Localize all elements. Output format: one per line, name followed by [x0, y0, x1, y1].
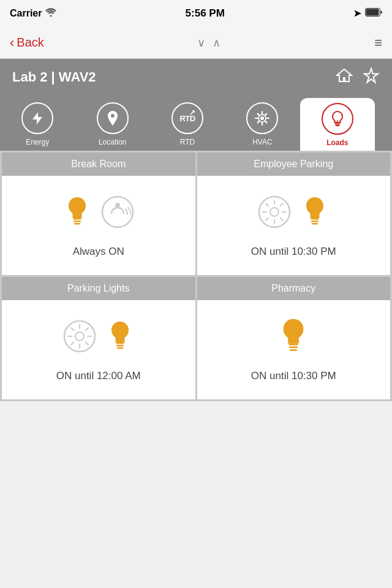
bulb-icon-orange-3	[106, 319, 134, 353]
svg-line-34	[71, 342, 74, 345]
card-break-room-title: Break Room	[2, 153, 195, 176]
tab-hvac-label: HVAC	[252, 138, 272, 146]
tab-location[interactable]: Location	[75, 96, 149, 151]
svg-rect-7	[74, 223, 80, 225]
bulb-icon-orange-4	[277, 316, 310, 356]
svg-line-18	[281, 218, 283, 221]
tab-rtd-circle: RTD	[172, 102, 203, 134]
svg-point-26	[75, 332, 84, 341]
header-icons	[336, 67, 380, 88]
svg-rect-41	[290, 349, 297, 351]
card-employee-parking-title: Employee Parking	[197, 153, 391, 176]
svg-rect-1	[366, 9, 379, 16]
card-employee-parking-status: ON until 10:30 PM	[251, 246, 336, 258]
svg-line-33	[86, 328, 88, 330]
card-break-room-status: Always ON	[73, 246, 124, 258]
tab-rtd-label: RTD	[180, 138, 195, 146]
tab-partial	[375, 96, 392, 151]
wifi-icon	[45, 8, 56, 19]
back-button[interactable]: ‹ Back	[10, 35, 44, 51]
card-pharmacy-icons	[277, 315, 310, 358]
tab-energy[interactable]: Energy	[0, 96, 75, 151]
nav-up-arrow[interactable]: ∧	[213, 36, 221, 50]
card-parking-lights-status: ON until 12:00 AM	[56, 370, 141, 382]
svg-rect-22	[311, 221, 318, 222]
status-right: ➤	[353, 8, 382, 19]
nav-bar: ‹ Back ∨ ∧ ≡	[0, 27, 392, 59]
card-parking-lights-title: Parking Lights	[2, 277, 195, 300]
tab-rtd[interactable]: RTD RTD	[150, 96, 225, 151]
bulb-icon-orange	[63, 195, 91, 229]
svg-rect-35	[116, 342, 124, 344]
sun-sensor-icon-gray-2	[63, 320, 96, 353]
card-employee-parking[interactable]: Employee Parking	[197, 153, 391, 275]
tab-energy-circle	[21, 102, 53, 134]
card-employee-parking-icons	[258, 190, 329, 233]
svg-rect-5	[73, 218, 81, 220]
back-label: Back	[17, 36, 43, 50]
tab-hvac-circle	[246, 102, 278, 134]
bulb-icon-orange-2	[301, 195, 329, 229]
card-parking-lights[interactable]: Parking Lights	[2, 277, 195, 399]
svg-line-31	[71, 328, 74, 330]
star-icon[interactable]	[363, 67, 380, 88]
home-icon[interactable]	[336, 67, 353, 88]
header: Lab 2 | WAV2	[0, 59, 392, 96]
menu-button[interactable]: ≡	[374, 36, 382, 50]
svg-line-20	[266, 218, 268, 221]
tab-loads[interactable]: Loads	[300, 98, 375, 151]
location-arrow-icon: ➤	[353, 8, 361, 19]
motion-icon	[101, 195, 134, 228]
svg-line-19	[281, 203, 283, 206]
svg-rect-6	[74, 221, 81, 222]
card-parking-lights-icons	[63, 315, 134, 358]
cards-grid: Break Room Always ON Employee P	[0, 151, 392, 401]
battery-icon	[365, 8, 382, 19]
card-pharmacy-status: ON until 10:30 PM	[251, 370, 336, 382]
svg-point-3	[260, 116, 264, 120]
svg-rect-37	[117, 347, 123, 349]
time-display: 5:56 PM	[186, 7, 225, 20]
svg-line-17	[266, 203, 268, 206]
carrier-label: Carrier	[10, 8, 42, 19]
tab-loads-circle	[322, 103, 353, 135]
svg-rect-39	[289, 344, 298, 345]
tab-location-circle	[97, 102, 129, 134]
svg-rect-21	[311, 218, 319, 220]
svg-line-32	[86, 342, 88, 345]
card-pharmacy-title: Pharmacy	[197, 277, 391, 300]
tab-bar: Energy Location RTD RTD HVAC	[0, 96, 392, 151]
card-break-room[interactable]: Break Room Always ON	[2, 153, 195, 275]
nav-arrows: ∨ ∧	[197, 36, 221, 50]
tab-hvac[interactable]: HVAC	[225, 96, 300, 151]
status-bar: Carrier 5:56 PM ➤	[0, 0, 392, 27]
tab-location-label: Location	[99, 138, 126, 146]
tab-energy-label: Energy	[26, 138, 49, 146]
tab-loads-label: Loads	[326, 138, 348, 147]
svg-rect-23	[312, 223, 318, 225]
nav-down-arrow[interactable]: ∨	[197, 36, 205, 50]
svg-point-9	[102, 197, 133, 227]
svg-point-12	[270, 208, 279, 216]
page-title: Lab 2 | WAV2	[12, 69, 96, 85]
sun-sensor-icon-gray	[258, 195, 291, 228]
status-left: Carrier	[10, 8, 56, 19]
card-break-room-icons	[63, 190, 134, 233]
svg-rect-36	[116, 345, 124, 347]
back-chevron-icon: ‹	[10, 35, 14, 51]
card-pharmacy[interactable]: Pharmacy ON until 10:30 PM	[197, 277, 391, 399]
svg-rect-40	[289, 346, 298, 348]
